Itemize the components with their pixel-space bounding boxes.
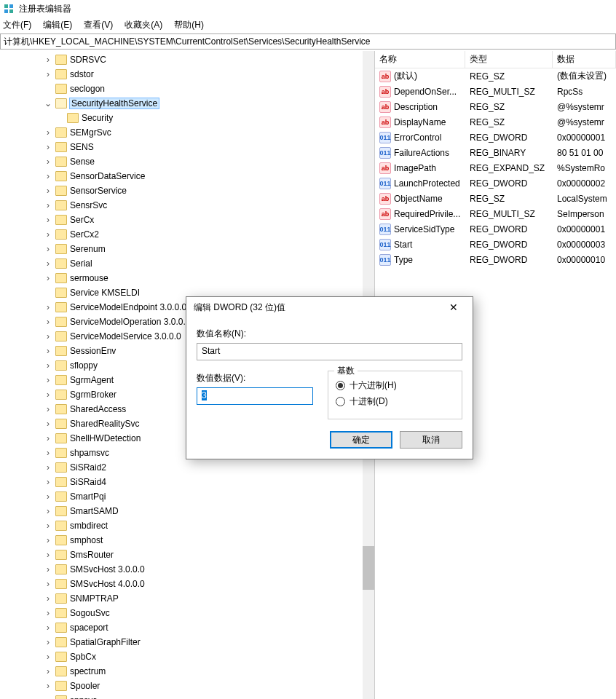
chevron-right-icon[interactable]: › xyxy=(44,564,52,574)
chevron-right-icon[interactable]: › xyxy=(44,157,52,167)
chevron-right-icon[interactable]: › xyxy=(44,55,52,65)
tree-item[interactable]: ›SensorDataService xyxy=(0,169,374,183)
value-row[interactable]: abDisplayNameREG_SZ@%systemr xyxy=(375,114,616,130)
tree-item[interactable]: ›SmsRouter xyxy=(0,548,374,562)
chevron-right-icon[interactable]: › xyxy=(44,433,52,443)
chevron-right-icon[interactable]: › xyxy=(44,302,52,312)
chevron-right-icon[interactable]: › xyxy=(44,390,52,400)
value-row[interactable]: abRequiredPrivile...REG_MULTI_SZSeImpers… xyxy=(375,206,616,221)
tree-item[interactable]: ›SMSvcHost 4.0.0.0 xyxy=(0,577,374,591)
chevron-right-icon[interactable]: › xyxy=(44,360,52,371)
chevron-right-icon[interactable]: › xyxy=(44,200,52,210)
chevron-right-icon[interactable]: › xyxy=(44,346,52,356)
radio-hex[interactable] xyxy=(336,381,345,390)
tree-item[interactable]: ›sermouse xyxy=(0,271,374,285)
address-bar[interactable]: 计算机\HKEY_LOCAL_MACHINE\SYSTEM\CurrentCon… xyxy=(0,33,616,50)
chevron-right-icon[interactable]: › xyxy=(44,404,52,414)
tree-item[interactable]: ›SpbCx xyxy=(0,649,374,664)
tree-item[interactable]: ›SEMgrSvc xyxy=(0,125,374,140)
chevron-right-icon[interactable]: › xyxy=(44,448,52,458)
chevron-right-icon[interactable]: › xyxy=(44,229,52,240)
menu-favorites[interactable]: 收藏夹(A) xyxy=(125,19,162,31)
tree-item[interactable]: seclogon xyxy=(0,82,374,96)
chevron-right-icon[interactable]: › xyxy=(44,637,52,647)
chevron-right-icon[interactable]: › xyxy=(44,215,52,225)
chevron-right-icon[interactable]: › xyxy=(44,127,52,138)
value-row[interactable]: 011ErrorControlREG_DWORD0x00000001 xyxy=(375,130,616,145)
chevron-right-icon[interactable]: › xyxy=(44,462,52,473)
menu-view[interactable]: 查看(V) xyxy=(84,19,113,31)
chevron-right-icon[interactable]: › xyxy=(44,666,52,676)
tree-item[interactable]: Security xyxy=(0,111,374,125)
tree-item[interactable]: ›smphost xyxy=(0,533,374,548)
tree-item[interactable]: ›SogouSvc xyxy=(0,606,374,620)
chevron-right-icon[interactable]: › xyxy=(44,506,52,516)
tree-item[interactable]: ›Serial xyxy=(0,256,374,271)
value-row[interactable]: abImagePathREG_EXPAND_SZ%SystemRo xyxy=(375,160,616,175)
chevron-right-icon[interactable]: › xyxy=(44,579,52,589)
menu-edit[interactable]: 编辑(E) xyxy=(43,19,72,31)
tree-item[interactable]: ›sppsvc xyxy=(0,693,374,699)
dialog-titlebar[interactable]: 编辑 DWORD (32 位)值 ✕ xyxy=(186,297,473,317)
radio-dec[interactable] xyxy=(336,397,345,406)
chevron-right-icon[interactable]: › xyxy=(44,171,52,181)
chevron-right-icon[interactable]: › xyxy=(44,142,52,152)
tree-item[interactable]: ›SmartSAMD xyxy=(0,504,374,518)
value-row[interactable]: 011TypeREG_DWORD0x00000010 xyxy=(375,252,616,267)
tree-item[interactable]: ›SmartPqi xyxy=(0,489,374,504)
tree-item[interactable]: ›SerCx2 xyxy=(0,227,374,242)
value-row[interactable]: abDependOnSer...REG_MULTI_SZRpcSs xyxy=(375,84,616,99)
cancel-button[interactable]: 取消 xyxy=(400,431,462,449)
menu-help[interactable]: 帮助(H) xyxy=(174,19,204,31)
tree-item[interactable]: ›sdstor xyxy=(0,67,374,82)
value-row[interactable]: 011ServiceSidTypeREG_DWORD0x00000001 xyxy=(375,221,616,237)
tree-item[interactable]: ›smbdirect xyxy=(0,518,374,533)
close-icon[interactable]: ✕ xyxy=(441,299,467,316)
value-row[interactable]: 011LaunchProtectedREG_DWORD0x00000002 xyxy=(375,175,616,191)
value-data-field[interactable]: 3 xyxy=(197,387,313,405)
value-row[interactable]: abDescriptionREG_SZ@%systemr xyxy=(375,99,616,114)
menu-file[interactable]: 文件(F) xyxy=(3,19,31,31)
value-row[interactable]: abObjectNameREG_SZLocalSystem xyxy=(375,191,616,206)
chevron-right-icon[interactable]: › xyxy=(44,186,52,196)
tree-item[interactable]: ›Sense xyxy=(0,154,374,169)
tree-item[interactable]: ›SensorService xyxy=(0,183,374,198)
value-row[interactable]: 011StartREG_DWORD0x00000003 xyxy=(375,237,616,252)
chevron-right-icon[interactable]: › xyxy=(44,273,52,283)
tree-item[interactable]: ›SiSRaid4 xyxy=(0,475,374,489)
column-data[interactable]: 数据 xyxy=(553,51,616,68)
tree-item[interactable]: ›SDRSVC xyxy=(0,52,374,67)
chevron-right-icon[interactable]: › xyxy=(44,491,52,502)
chevron-right-icon[interactable]: › xyxy=(44,550,52,560)
tree-scrollbar-thumb[interactable] xyxy=(363,546,374,590)
chevron-right-icon[interactable]: › xyxy=(44,608,52,618)
chevron-right-icon[interactable]: › xyxy=(44,317,52,327)
column-name[interactable]: 名称 xyxy=(375,51,465,68)
chevron-right-icon[interactable]: › xyxy=(44,419,52,429)
radio-hex-row[interactable]: 十六进制(H) xyxy=(336,379,454,392)
chevron-right-icon[interactable]: › xyxy=(44,69,52,79)
chevron-right-icon[interactable]: › xyxy=(44,258,52,269)
chevron-right-icon[interactable]: › xyxy=(44,623,52,633)
tree-item[interactable]: ›SerCx xyxy=(0,213,374,227)
tree-item[interactable]: ›SpatialGraphFilter xyxy=(0,635,374,649)
tree-item[interactable]: ›SENS xyxy=(0,140,374,154)
tree-item[interactable]: ›SiSRaid2 xyxy=(0,460,374,475)
chevron-down-icon[interactable]: ⌄ xyxy=(44,98,52,108)
chevron-right-icon[interactable]: › xyxy=(44,244,52,254)
chevron-right-icon[interactable]: › xyxy=(44,521,52,531)
value-row[interactable]: 011FailureActionsREG_BINARY80 51 01 00 xyxy=(375,145,616,160)
chevron-right-icon[interactable]: › xyxy=(44,535,52,545)
radio-dec-row[interactable]: 十进制(D) xyxy=(336,395,454,408)
column-type[interactable]: 类型 xyxy=(465,51,553,68)
chevron-right-icon[interactable]: › xyxy=(44,695,52,699)
ok-button[interactable]: 确定 xyxy=(330,431,392,449)
chevron-right-icon[interactable]: › xyxy=(44,477,52,487)
value-row[interactable]: ab(默认)REG_SZ(数值未设置) xyxy=(375,68,616,84)
chevron-right-icon[interactable]: › xyxy=(44,331,52,341)
tree-item[interactable]: ›Serenum xyxy=(0,242,374,256)
tree-item[interactable]: ›Spooler xyxy=(0,679,374,693)
chevron-right-icon[interactable]: › xyxy=(44,375,52,385)
chevron-right-icon[interactable]: › xyxy=(44,652,52,662)
tree-item[interactable]: ›spectrum xyxy=(0,664,374,679)
